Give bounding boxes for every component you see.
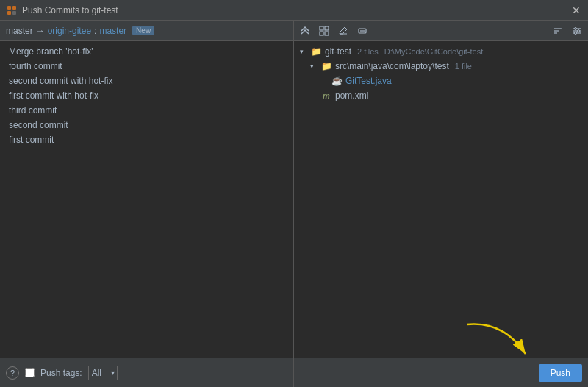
help-button[interactable]: ?	[6, 366, 19, 380]
java-file-icon: ☕	[331, 75, 343, 87]
svg-rect-3	[12, 11, 16, 15]
branch-bar: master → origin-gitee : master New	[0, 21, 293, 41]
commit-list: Merge branch 'hot-fix' fourth commit sec…	[0, 41, 293, 358]
java-file-name: GitTest.java	[345, 76, 392, 86]
svg-rect-4	[320, 26, 323, 30]
commit-item[interactable]: third commit	[0, 103, 293, 118]
remote-branch[interactable]: master	[99, 26, 126, 36]
right-toolbar	[294, 21, 588, 41]
src-file-count: 1 file	[455, 62, 472, 71]
src-folder-icon: 📁	[320, 60, 332, 72]
left-panel: master → origin-gitee : master New Merge…	[0, 21, 294, 387]
right-panel: ▾ 📁 git-test 2 files D:\MyCode\GitCode\g…	[294, 21, 588, 387]
root-folder-name: git-test	[325, 46, 351, 57]
local-branch: master	[6, 26, 33, 36]
tree-arrow-down: ▾	[300, 48, 307, 55]
file-tree: ▾ 📁 git-test 2 files D:\MyCode\GitCode\g…	[294, 41, 588, 358]
tree-xml-file[interactable]: m pom.xml	[294, 88, 588, 103]
svg-point-16	[575, 27, 577, 29]
svg-rect-1	[12, 6, 16, 10]
commit-item[interactable]: first commit with hot-fix	[0, 88, 293, 103]
tree-src-item[interactable]: ▾ 📁 src\main\java\com\laptoy\test 1 file	[294, 59, 588, 74]
remote-name[interactable]: origin-gitee	[48, 26, 91, 36]
svg-rect-5	[325, 26, 329, 30]
svg-point-18	[575, 32, 577, 34]
collapse-icon[interactable]	[354, 23, 370, 39]
grid-icon[interactable]	[316, 23, 332, 39]
push-tags-select[interactable]: All	[88, 366, 118, 380]
toolbar-left	[297, 23, 370, 39]
root-file-count: 2 files	[357, 47, 379, 56]
commit-item[interactable]: Merge branch 'hot-fix'	[0, 44, 293, 59]
branch-arrow: →	[36, 26, 45, 36]
src-folder-name: src\main\java\com\laptoy\test	[335, 61, 449, 71]
commit-item[interactable]: second commit with hot-fix	[0, 74, 293, 88]
push-tags-checkbox[interactable]	[25, 368, 35, 377]
svg-rect-0	[7, 6, 11, 10]
svg-rect-6	[320, 32, 323, 35]
svg-point-17	[578, 29, 580, 32]
edit-icon[interactable]	[335, 23, 351, 39]
colon-separator: :	[94, 26, 96, 36]
svg-rect-7	[325, 32, 329, 35]
commit-item[interactable]: second commit	[0, 118, 293, 132]
right-bottom-bar: Push	[294, 358, 588, 387]
tree-root-item[interactable]: ▾ 📁 git-test 2 files D:\MyCode\GitCode\g…	[294, 44, 588, 59]
push-tags-label: Push tags:	[40, 368, 82, 378]
close-button[interactable]: ✕	[570, 4, 582, 16]
toolbar-right	[550, 23, 585, 39]
sort-icon[interactable]	[550, 23, 566, 39]
bottom-bar-left: ? Push tags: All	[0, 358, 293, 387]
folder-icon: 📁	[310, 46, 322, 57]
main-container: master → origin-gitee : master New Merge…	[0, 21, 588, 387]
title-bar: Push Commits to git-test ✕	[0, 0, 588, 21]
expand-icon[interactable]	[297, 23, 313, 39]
window-title: Push Commits to git-test	[22, 5, 582, 15]
xml-file-name: pom.xml	[335, 90, 368, 101]
xml-file-icon: m	[320, 90, 332, 102]
push-tags-select-wrapper[interactable]: All	[88, 366, 118, 380]
app-icon	[6, 4, 18, 16]
settings-icon[interactable]	[569, 23, 585, 39]
new-badge: New	[132, 26, 154, 35]
push-button[interactable]: Push	[539, 364, 582, 382]
svg-rect-2	[7, 11, 11, 15]
tree-arrow-down: ▾	[310, 63, 318, 70]
root-folder-path: D:\MyCode\GitCode\git-test	[384, 47, 484, 56]
commit-item[interactable]: fourth commit	[0, 59, 293, 74]
commit-item[interactable]: first commit	[0, 132, 293, 147]
tree-java-file[interactable]: ☕ GitTest.java	[294, 74, 588, 88]
